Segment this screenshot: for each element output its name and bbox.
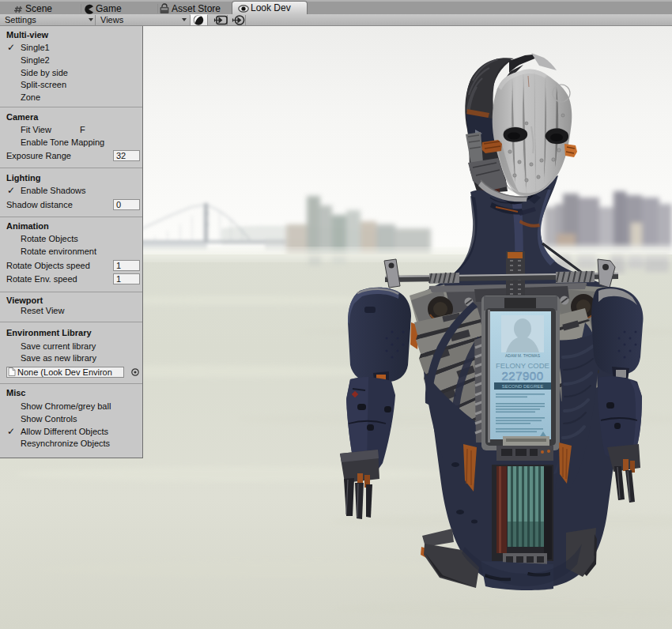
svg-text:ADAM M. THOMAS: ADAM M. THOMAS (505, 353, 541, 358)
svg-text:227900: 227900 (501, 369, 543, 382)
svg-text:SECOND DEGREE: SECOND DEGREE (502, 384, 544, 389)
